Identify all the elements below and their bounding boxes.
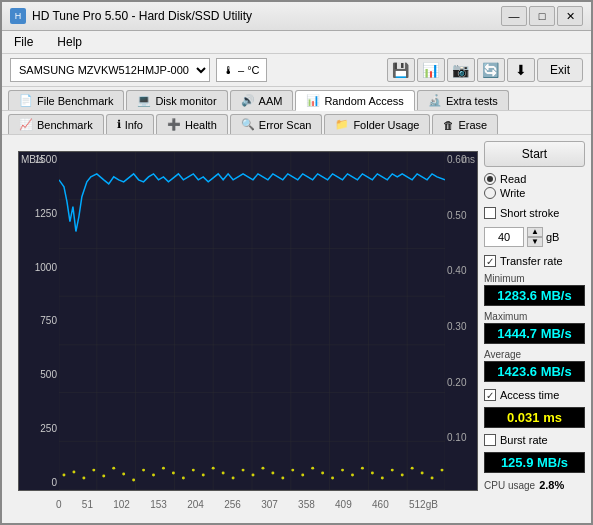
average-label: Average [484, 349, 585, 360]
tab-erase[interactable]: 🗑 Erase [432, 114, 498, 134]
app-icon: H [10, 8, 26, 24]
tab-info[interactable]: ℹ Info [106, 114, 154, 134]
tab-extra-tests[interactable]: 🔬 Extra tests [417, 90, 509, 110]
access-time-value: 0.031 ms [484, 407, 585, 428]
refresh-icon-btn[interactable]: 🔄 [477, 58, 505, 82]
tab-benchmark[interactable]: 📈 Benchmark [8, 114, 104, 134]
svg-point-37 [242, 469, 245, 472]
download-icon-btn[interactable]: ⬇ [507, 58, 535, 82]
minimize-button[interactable]: — [501, 6, 527, 26]
burst-rate-label: Burst rate [500, 434, 548, 446]
svg-point-30 [172, 472, 175, 475]
svg-point-54 [411, 467, 414, 470]
svg-point-19 [62, 474, 65, 477]
close-button[interactable]: ✕ [557, 6, 583, 26]
burst-rate-indicator [484, 434, 496, 446]
svg-point-41 [281, 477, 284, 480]
access-time-indicator: ✓ [484, 389, 496, 401]
cpu-usage-label: CPU usage [484, 480, 535, 491]
short-stroke-label: Short stroke [500, 207, 559, 219]
radio-write-indicator [484, 187, 496, 199]
chart-icon-btn[interactable]: 📊 [417, 58, 445, 82]
tab-label-info: Info [125, 119, 143, 131]
toolbar-actions: 💾 📊 📷 🔄 ⬇ Exit [387, 58, 583, 82]
tab-label-folder-usage: Folder Usage [353, 119, 419, 131]
folder-usage-icon: 📁 [335, 118, 349, 131]
toolbar: SAMSUNG MZVKW512HMJP-00000 (512 ... 🌡 – … [2, 54, 591, 87]
svg-point-51 [381, 477, 384, 480]
tab-aam[interactable]: 🔊 AAM [230, 90, 294, 110]
tab-random-access[interactable]: 📊 Random Access [295, 90, 414, 111]
radio-write[interactable]: Write [484, 187, 585, 199]
y-axis-left-labels: 1500 1250 1000 750 500 250 0 [19, 152, 59, 490]
svg-point-49 [361, 467, 364, 470]
access-time-checkbox[interactable]: ✓ Access time [484, 389, 585, 401]
extra-tests-icon: 🔬 [428, 94, 442, 107]
hdd-icon-btn[interactable]: 💾 [387, 58, 415, 82]
maximize-button[interactable]: □ [529, 6, 555, 26]
exit-button[interactable]: Exit [537, 58, 583, 82]
tab-file-benchmark[interactable]: 📄 File Benchmark [8, 90, 124, 110]
svg-point-42 [291, 469, 294, 472]
x-label-512: 512gB [409, 499, 438, 510]
x-label-256: 256 [224, 499, 241, 510]
radio-read[interactable]: Read [484, 173, 585, 185]
tabs-row1: 📄 File Benchmark 💻 Disk monitor 🔊 AAM 📊 … [2, 87, 591, 111]
tab-disk-monitor[interactable]: 💻 Disk monitor [126, 90, 227, 110]
tab-label-benchmark: Benchmark [37, 119, 93, 131]
svg-point-20 [72, 471, 75, 474]
stroke-spin-up[interactable]: ▲ [527, 227, 543, 237]
svg-point-53 [401, 474, 404, 477]
svg-point-22 [92, 469, 95, 472]
transfer-rate-checkbox[interactable]: ✓ Transfer rate [484, 255, 585, 267]
burst-rate-checkbox[interactable]: Burst rate [484, 434, 585, 446]
camera-icon-btn[interactable]: 📷 [447, 58, 475, 82]
short-stroke-checkbox[interactable]: Short stroke [484, 207, 585, 219]
right-panel: Start Read Write Short stroke [478, 135, 591, 523]
disk-monitor-icon: 💻 [137, 94, 151, 107]
menu-help[interactable]: Help [53, 33, 86, 51]
minimum-value: 1283.6 MB/s [484, 285, 585, 306]
tab-label-extra-tests: Extra tests [446, 95, 498, 107]
svg-point-35 [222, 472, 225, 475]
x-axis-labels: 0 51 102 153 204 256 307 358 409 460 512… [10, 499, 478, 510]
access-time-label: Access time [500, 389, 559, 401]
svg-point-52 [391, 469, 394, 472]
svg-point-29 [162, 467, 165, 470]
stat-minimum: Minimum 1283.6 MB/s [484, 273, 585, 307]
y-label-500: 500 [21, 369, 57, 380]
erase-icon: 🗑 [443, 119, 454, 131]
tab-health[interactable]: ➕ Health [156, 114, 228, 134]
burst-rate-value: 125.9 MB/s [484, 452, 585, 473]
file-benchmark-icon: 📄 [19, 94, 33, 107]
benchmark-icon: 📈 [19, 118, 33, 131]
tab-error-scan[interactable]: 🔍 Error Scan [230, 114, 323, 134]
disk-selector[interactable]: SAMSUNG MZVKW512HMJP-00000 (512 ... [10, 58, 210, 82]
random-access-icon: 📊 [306, 94, 320, 107]
svg-point-33 [202, 474, 205, 477]
stroke-spin-down[interactable]: ▼ [527, 237, 543, 247]
svg-point-25 [122, 473, 125, 476]
y-label-750: 750 [21, 315, 57, 326]
svg-point-50 [371, 472, 374, 475]
stroke-unit-label: gB [546, 231, 559, 243]
average-value: 1423.6 MB/s [484, 361, 585, 382]
error-scan-icon: 🔍 [241, 118, 255, 131]
transfer-rate-label: Transfer rate [500, 255, 563, 267]
y-right-010: 0.10 [447, 432, 475, 443]
x-label-460: 460 [372, 499, 389, 510]
stat-maximum: Maximum 1444.7 MB/s [484, 311, 585, 345]
svg-point-27 [142, 469, 145, 472]
tab-label-random-access: Random Access [324, 95, 403, 107]
tab-folder-usage[interactable]: 📁 Folder Usage [324, 114, 430, 134]
tab-label-error-scan: Error Scan [259, 119, 312, 131]
menu-file[interactable]: File [10, 33, 37, 51]
window-title: HD Tune Pro 5.50 - Hard Disk/SSD Utility [32, 9, 252, 23]
start-button[interactable]: Start [484, 141, 585, 167]
stroke-value-input[interactable]: 40 [484, 227, 524, 247]
temperature-display: 🌡 – °C [216, 58, 267, 82]
svg-point-45 [321, 472, 324, 475]
menu-bar: File Help [2, 31, 591, 54]
tab-label-file-benchmark: File Benchmark [37, 95, 113, 107]
info-icon: ℹ [117, 118, 121, 131]
